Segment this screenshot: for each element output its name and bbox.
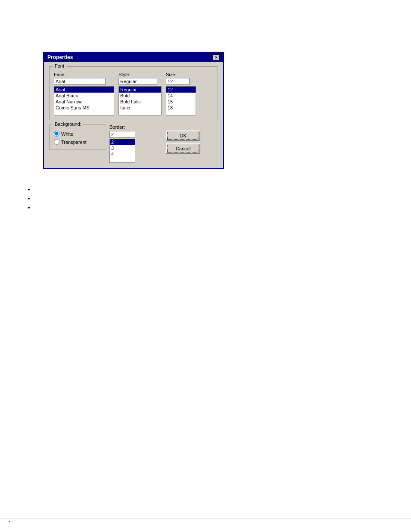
style-item-bold-italic[interactable]: Bold Italic [119, 99, 161, 105]
bottom-rule [0, 519, 411, 519]
style-column: Style: Regular Bold Bold Italic Italic [118, 72, 162, 115]
dialog-title: Properties [47, 54, 73, 60]
dialog-close-button[interactable]: × [213, 54, 220, 60]
bottom-dash: - [9, 518, 10, 524]
bullet-item-3 [34, 204, 394, 211]
style-input[interactable] [118, 78, 157, 85]
border-item-3[interactable]: 3 [110, 145, 135, 151]
size-listbox[interactable]: 12 14 15 18 [166, 86, 196, 115]
style-item-italic[interactable]: Italic [119, 105, 161, 111]
properties-dialog: Properties × Font Face: Arial Ari [43, 52, 224, 169]
face-item-arial-black[interactable]: Arial Black [54, 93, 114, 99]
face-item-arial[interactable]: Arial [54, 87, 114, 93]
face-listbox[interactable]: Arial Arial Black Arial Narrow Comic San… [54, 86, 114, 115]
size-column: Size: 12 14 15 18 [166, 72, 196, 115]
face-column: Face: Arial Arial Black Arial Narrow Com… [54, 72, 114, 115]
white-label[interactable]: White [61, 131, 73, 137]
bullet-item-2 [34, 195, 394, 202]
size-item-14[interactable]: 14 [166, 93, 196, 99]
transparent-radio[interactable] [54, 139, 59, 145]
border-label: Border: [109, 124, 144, 130]
bullet-list [17, 186, 394, 211]
size-item-18[interactable]: 18 [166, 105, 196, 111]
border-item-4[interactable]: 4 [110, 151, 135, 157]
size-item-12[interactable]: 12 [166, 87, 196, 93]
dialog-container: Properties × Font Face: Arial Ari [43, 52, 224, 169]
face-item-arial-narrow[interactable]: Arial Narrow [54, 99, 114, 105]
dialog-body: Font Face: Arial Arial Black Arial Narro… [44, 62, 223, 168]
background-section: Background: White Transparent [49, 124, 105, 149]
size-item-15[interactable]: 15 [166, 99, 196, 105]
style-item-bold[interactable]: Bold [119, 93, 161, 99]
border-input[interactable] [109, 131, 135, 138]
style-label: Style: [118, 72, 162, 77]
border-section: Border: 2 3 4 [109, 124, 144, 163]
white-radio-row: White [54, 131, 100, 137]
bullet-item-1 [34, 186, 394, 193]
white-radio[interactable] [54, 131, 59, 137]
size-label: Size: [166, 72, 196, 77]
background-legend: Background: [53, 121, 83, 127]
cancel-button[interactable]: Cancel [166, 143, 200, 154]
ok-button[interactable]: OK [166, 131, 200, 141]
font-row: Face: Arial Arial Black Arial Narrow Com… [54, 72, 213, 115]
font-section: Font Face: Arial Arial Black Arial Narro… [49, 66, 218, 120]
top-rule [0, 26, 411, 26]
font-legend: Font [53, 63, 66, 68]
face-item-comic-sans[interactable]: Comic Sans MS [54, 105, 114, 111]
page-content: Properties × Font Face: Arial Ari [0, 34, 411, 222]
style-item-regular[interactable]: Regular [119, 87, 161, 93]
transparent-radio-row: Transparent [54, 139, 100, 145]
face-label: Face: [54, 72, 114, 77]
border-listbox[interactable]: 2 3 4 [109, 139, 135, 163]
style-listbox[interactable]: Regular Bold Bold Italic Italic [118, 86, 162, 115]
dialog-titlebar: Properties × [44, 53, 223, 62]
face-input[interactable] [54, 78, 106, 85]
transparent-label[interactable]: Transparent [61, 140, 87, 145]
size-input[interactable] [166, 78, 190, 85]
border-item-2[interactable]: 2 [110, 139, 135, 145]
button-group: OK Cancel [148, 131, 218, 154]
bottom-section: Background: White Transparent Border: [49, 124, 218, 163]
